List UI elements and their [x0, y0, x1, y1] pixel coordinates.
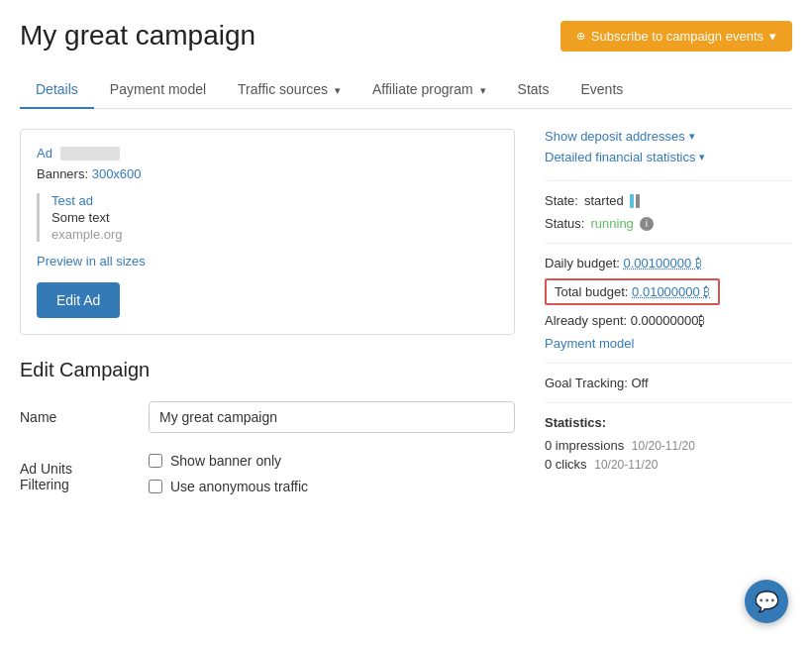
divider — [545, 180, 792, 181]
chevron-down-icon: ▾ — [699, 151, 705, 163]
ad-label: Ad — [37, 146, 498, 161]
clicks-date: 10/20-11/20 — [594, 458, 658, 472]
campaign-name-input[interactable] — [149, 401, 515, 433]
payment-model-link[interactable]: Payment model — [545, 336, 792, 351]
left-column: Ad Banners: 300x600 Test ad Some text ex… — [20, 129, 515, 524]
page-title: My great campaign — [20, 20, 255, 52]
already-spent-row: Already spent: 0.00000000₿ — [545, 313, 792, 328]
ad-preview-url: example.org — [51, 227, 498, 242]
name-label: Name — [20, 401, 149, 425]
ad-preview-title: Test ad — [51, 193, 498, 208]
state-row: State: started — [545, 193, 792, 208]
state-icon — [630, 194, 640, 208]
ad-units-label: Ad Units Filtering — [20, 453, 149, 492]
tab-payment-model[interactable]: Payment model — [94, 71, 222, 108]
goal-tracking: Goal Tracking: Off — [545, 376, 792, 390]
divider — [545, 402, 792, 403]
clicks-row: 0 clicks 10/20-11/20 — [545, 457, 792, 472]
tab-stats[interactable]: Stats — [502, 71, 565, 108]
preview-all-sizes-link[interactable]: Preview in all sizes — [37, 254, 498, 269]
page-header: My great campaign ⊕ Subscribe to campaig… — [20, 20, 792, 52]
tab-affiliate-program[interactable]: Affiliate program ▾ — [356, 71, 502, 108]
rss-icon: ⊕ — [576, 30, 585, 43]
chevron-down-icon: ▾ — [480, 84, 486, 96]
edit-ad-button[interactable]: Edit Ad — [37, 282, 120, 318]
ad-label-placeholder — [60, 147, 120, 161]
use-anonymous-traffic-checkbox[interactable]: Use anonymous traffic — [149, 479, 515, 494]
subscribe-button[interactable]: ⊕ Subscribe to campaign events ▾ — [560, 21, 792, 52]
nav-tabs: Details Payment model Traffic sources ▾ … — [20, 71, 792, 109]
already-spent-value: 0.00000000₿ — [631, 313, 706, 328]
daily-budget-value[interactable]: 0.00100000 ₿ — [624, 256, 702, 270]
ad-preview-text: Some text — [51, 210, 498, 225]
chevron-down-icon: ▾ — [689, 130, 695, 143]
tab-events[interactable]: Events — [564, 71, 639, 108]
state-bar-2 — [636, 194, 640, 208]
use-anonymous-traffic-input[interactable] — [149, 480, 162, 493]
show-deposit-link[interactable]: Show deposit addresses ▾ — [545, 129, 792, 144]
right-links: Show deposit addresses ▾ Detailed financ… — [545, 129, 792, 164]
banners-link[interactable]: 300x600 — [92, 166, 142, 181]
divider — [545, 243, 792, 244]
info-icon[interactable]: i — [640, 217, 654, 231]
show-banner-only-checkbox[interactable]: Show banner only — [149, 453, 515, 469]
show-banner-only-input[interactable] — [149, 454, 162, 468]
ad-card: Ad Banners: 300x600 Test ad Some text ex… — [20, 129, 515, 335]
chevron-down-icon: ▾ — [335, 84, 341, 96]
ad-units-filtering-row: Ad Units Filtering Show banner only Use … — [20, 453, 515, 504]
impressions-row: 0 impressions 10/20-11/20 — [545, 438, 792, 453]
edit-campaign-section: Edit Campaign Name Ad Units Filtering — [20, 359, 515, 504]
total-budget-value[interactable]: 0.01000000 ₿ — [632, 284, 710, 299]
divider — [545, 363, 792, 364]
state-bar-1 — [630, 194, 634, 208]
section-title: Edit Campaign — [20, 359, 515, 381]
tab-details[interactable]: Details — [20, 71, 94, 109]
ad-preview: Test ad Some text example.org — [37, 193, 498, 242]
impressions-date: 10/20-11/20 — [632, 439, 695, 453]
checkbox-group: Show banner only Use anonymous traffic — [149, 453, 515, 504]
name-field-row: Name — [20, 401, 515, 433]
tab-traffic-sources[interactable]: Traffic sources ▾ — [222, 71, 356, 108]
main-content: Ad Banners: 300x600 Test ad Some text ex… — [20, 129, 792, 524]
status-row: Status: running i — [545, 216, 792, 231]
right-column: Show deposit addresses ▾ Detailed financ… — [545, 129, 792, 524]
daily-budget-row: Daily budget: 0.00100000 ₿ — [545, 256, 792, 270]
financial-stats-link[interactable]: Detailed financial statistics ▾ — [545, 150, 792, 164]
status-value: running — [590, 216, 633, 231]
banners-info: Banners: 300x600 — [37, 166, 498, 181]
statistics-title: Statistics: — [545, 415, 792, 430]
total-budget-box: Total budget: 0.01000000 ₿ — [545, 278, 720, 305]
